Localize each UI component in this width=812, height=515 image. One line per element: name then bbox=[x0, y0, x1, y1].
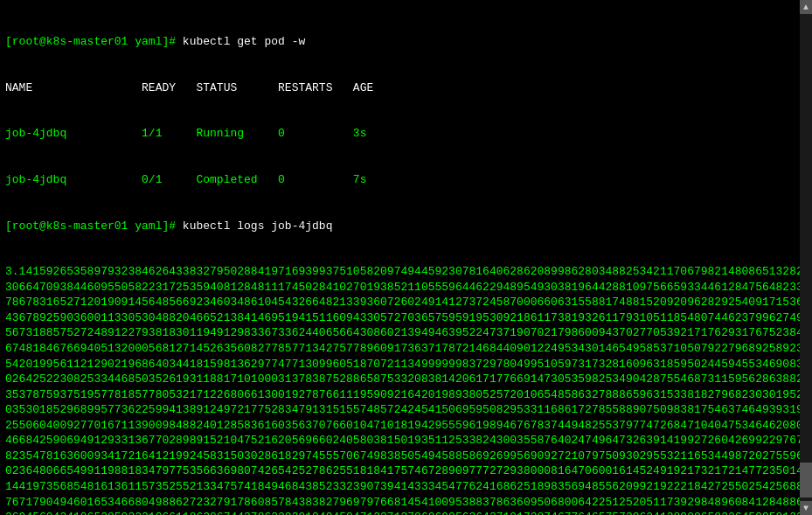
prompt-1: [root@k8s-master01 yaml]# bbox=[5, 35, 183, 48]
terminal-content: [root@k8s-master01 yaml]# kubectl get po… bbox=[5, 3, 807, 515]
pod-row-1: job-4jdbq 1/1 Running 0 3s bbox=[5, 126, 807, 142]
scrollbar[interactable]: ▲ ▼ bbox=[800, 0, 812, 515]
scrollbar-thumb[interactable] bbox=[800, 463, 812, 498]
terminal: [root@k8s-master01 yaml]# kubectl get po… bbox=[0, 0, 812, 515]
number-output: 3.14159265358979323846264338327950288419… bbox=[5, 264, 807, 515]
scrollbar-arrow-down[interactable]: ▼ bbox=[800, 501, 812, 515]
scrollbar-arrow-up[interactable]: ▲ bbox=[800, 0, 812, 14]
prompt-2: [root@k8s-master01 yaml]# bbox=[5, 219, 183, 233]
cmd-1: kubectl get pod -w bbox=[183, 35, 305, 48]
cmd-2: kubectl logs job-4jdbq bbox=[183, 219, 333, 233]
command-line-2: [root@k8s-master01 yaml]# kubectl logs j… bbox=[5, 219, 807, 234]
pod-row-2: job-4jdbq 0/1 Completed 0 7s bbox=[5, 172, 807, 188]
kubectl-header: NAME READY STATUS RESTARTS AGE bbox=[5, 80, 807, 96]
command-line-1: [root@k8s-master01 yaml]# kubectl get po… bbox=[5, 34, 807, 50]
